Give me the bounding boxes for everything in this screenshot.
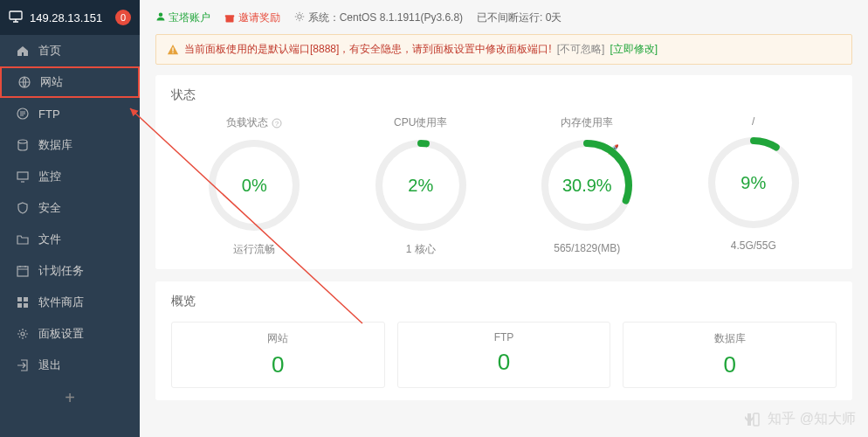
main-content: 宝塔账户 邀请奖励 系统：CentOS 8.1.1911(Py3.6.8) 已不… [140,0,868,437]
alert-action[interactable]: [立即修改] [610,42,658,57]
svg-rect-0 [10,11,22,19]
sidebar-item-label: 计划任务 [38,263,84,279]
invite-link[interactable]: 邀请奖励 [224,10,280,25]
overview-card-label: 网站 [181,331,375,346]
account-link[interactable]: 宝塔账户 [155,10,210,25]
svg-rect-28 [754,413,759,426]
grid-icon [16,295,30,309]
gauge-subtitle: 1 核心 [355,242,486,257]
monitor-icon [16,170,30,184]
sidebar-item-ftp[interactable]: FTP [0,98,140,129]
watermark: 知乎 @知大师 [743,410,856,428]
svg-rect-7 [24,297,28,302]
sidebar-item-shield[interactable]: 安全 [0,192,140,224]
svg-rect-8 [17,303,22,308]
svg-point-14 [298,15,302,19]
info-icon: ? [272,118,282,128]
sidebar-item-label: 监控 [38,169,61,184]
overview-card-value: 0 [181,351,375,378]
gauge-subtitle: 565/1829(MB) [521,242,652,254]
sidebar-item-label: 安全 [38,200,61,216]
svg-text:?: ? [275,120,279,128]
sidebar-item-folder[interactable]: 文件 [0,224,140,255]
svg-rect-5 [17,267,28,276]
sidebar-item-gear[interactable]: 面板设置 [0,318,140,350]
gauge-title: CPU使用率 [355,115,486,130]
svg-rect-12 [226,16,234,22]
overview-card-value: 0 [632,351,827,378]
overview-title: 概览 [171,294,837,309]
sidebar-item-label: 数据库 [38,137,72,153]
overview-card[interactable]: 网站0 [171,322,385,388]
gauge-subtitle: 运行流畅 [189,242,320,257]
sidebar-item-grid[interactable]: 软件商店 [0,287,140,318]
overview-card-value: 0 [407,349,602,376]
topbar: 宝塔账户 邀请奖励 系统：CentOS 8.1.1911(Py3.6.8) 已不… [155,10,852,25]
svg-point-11 [159,13,163,17]
folder-icon [16,232,30,246]
security-alert: 当前面板使用的是默认端口[8888]，有安全隐患，请到面板设置中修改面板端口! … [155,34,852,65]
ftp-icon [16,107,30,121]
sidebar-item-monitor[interactable]: 监控 [0,161,140,192]
sidebar-item-exit[interactable]: 退出 [0,350,140,381]
gauge-value: 30.9% [539,137,635,233]
overview-card-label: 数据库 [632,331,827,346]
notification-badge[interactable]: 0 [115,10,131,25]
gauge[interactable]: / 9% 4.5G/55G [688,115,819,257]
gauge-value: 0% [206,137,302,233]
svg-point-3 [18,140,27,143]
shield-icon [16,201,30,215]
sidebar-item-label: 退出 [38,357,61,373]
gauge[interactable]: 负载状态 ? 0% 运行流畅 [189,115,320,257]
overview-card[interactable]: 数据库0 [623,322,837,388]
sidebar-item-db[interactable]: 数据库 [0,129,140,161]
server-ip: 149.28.13.151 [30,11,108,24]
gauge-title: 内存使用率 [521,115,652,130]
sidebar-item-label: 文件 [38,232,61,247]
home-icon [16,44,30,58]
gauge-value: 2% [373,137,469,233]
uptime-info: 已不间断运行: 0天 [477,10,561,25]
sidebar: 149.28.13.151 0 首页网站FTP数据库监控安全文件计划任务软件商店… [0,0,140,437]
overview-panel: 概览 网站0FTP0数据库0 [155,281,852,400]
sidebar-item-label: 首页 [38,43,61,59]
alert-note: [不可忽略] [557,42,605,57]
alert-text: 当前面板使用的是默认端口[8888]，有安全隐患，请到面板设置中修改面板端口! [184,42,552,57]
svg-point-10 [21,332,24,336]
warning-icon [167,44,179,56]
sidebar-item-label: 软件商店 [38,295,84,310]
system-info: 系统：CentOS 8.1.1911(Py3.6.8) [294,10,463,25]
sidebar-header: 149.28.13.151 0 [0,0,140,35]
gauge-title: / [688,115,819,128]
globe-icon [17,75,31,89]
svg-rect-4 [17,172,28,179]
gauge[interactable]: CPU使用率 2% 1 核心 [355,115,486,257]
sidebar-item-label: 网站 [40,74,63,90]
overview-card[interactable]: FTP0 [397,322,611,388]
svg-rect-9 [24,303,28,308]
svg-rect-6 [17,297,22,302]
monitor-icon [9,10,23,26]
sidebar-item-home[interactable]: 首页 [0,35,140,66]
exit-icon [16,358,30,372]
sidebar-item-globe[interactable]: 网站 [0,66,140,98]
sidebar-item-schedule[interactable]: 计划任务 [0,255,140,287]
gear-icon [16,327,30,341]
gauge-value: 9% [706,135,802,231]
add-menu-button[interactable]: + [0,381,140,415]
gauge-title: 负载状态 ? [189,115,320,130]
schedule-icon [16,264,30,278]
status-panel: 状态 负载状态 ? 0% 运行流畅CPU使用率 2% 1 核心内存使用率 🚀 3… [155,75,852,269]
svg-rect-15 [172,47,173,51]
status-title: 状态 [171,87,837,103]
sidebar-item-label: 面板设置 [38,326,84,342]
gauge-subtitle: 4.5G/55G [688,239,819,252]
gauge[interactable]: 内存使用率 🚀 30.9% 565/1829(MB) [521,115,652,257]
db-icon [16,138,30,152]
svg-rect-16 [172,52,173,52]
overview-card-label: FTP [407,331,602,343]
sidebar-item-label: FTP [38,108,60,121]
svg-rect-13 [225,15,235,17]
